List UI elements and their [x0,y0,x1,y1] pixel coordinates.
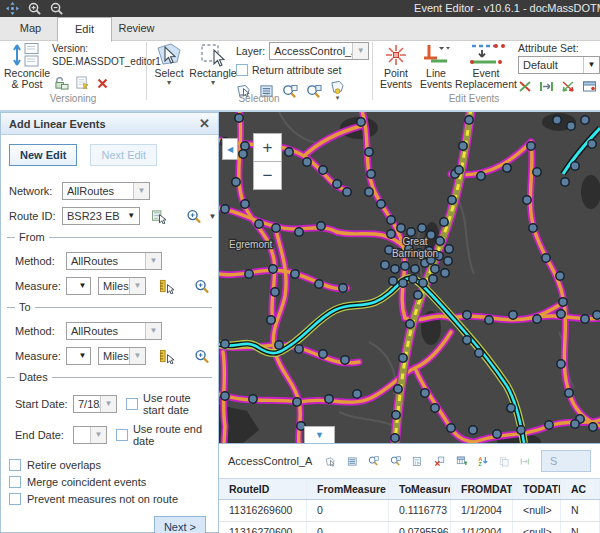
col-accesscontrol[interactable]: AC [561,479,600,499]
save-button[interactable]: S [541,450,591,472]
point-events-button[interactable]: Point Events [378,42,414,90]
table-copy-icon[interactable] [499,454,509,469]
line-events-button[interactable]: Line Events [418,42,454,90]
reconcile-post-button[interactable]: Reconcile & Post [4,42,50,90]
attribute-set-combo-arrow[interactable]: ▼ [583,57,599,73]
option-retire-overlaps: Retire overlaps [1,459,218,471]
network-label: Network: [9,185,57,197]
rectangle-button[interactable]: Rectangle ▾ [190,42,236,86]
delete-version-icon[interactable] [96,77,109,90]
return-attribute-set-checkbox[interactable] [236,64,248,76]
next-edit-button[interactable]: Next Edit [90,144,157,166]
tab-review[interactable]: Review [110,18,163,39]
new-version-icon[interactable] [75,76,90,90]
table-show-selected-icon[interactable] [347,454,357,469]
col-tomeasure[interactable]: ToMeasure [389,479,451,499]
rectangle-select-icon [199,42,227,68]
group-separator [146,42,147,100]
to-units-combo[interactable]: Miles ▼ [98,347,146,365]
attributes-window-icon[interactable] [582,80,597,93]
event-replacement-button[interactable]: Event Replacement [455,42,517,90]
retire-overlaps-checkbox[interactable] [9,459,21,471]
map-zoom-in-button[interactable]: + [253,133,282,162]
end-date-combo[interactable]: ▼ [73,426,107,444]
use-route-end-date-checkbox[interactable] [116,429,128,441]
network-combo-arrow[interactable]: ▼ [133,183,149,199]
to-zoom-icon[interactable] [194,349,210,364]
route-id-combo[interactable]: BSR23 EB ▼ [62,207,140,225]
prevent-measures-checkbox[interactable] [9,493,21,505]
tab-edit[interactable]: Edit [57,17,112,42]
tab-map[interactable]: Map [4,18,57,39]
zoom-out-icon[interactable] [50,2,63,15]
next-button[interactable]: Next > [154,516,206,533]
to-measure-combo-arrow[interactable]: ▼ [75,348,90,364]
col-fromdate[interactable]: FROMDATE [451,479,513,499]
layer-label: Layer: [236,45,265,57]
from-measure-pick-icon[interactable] [159,279,175,294]
select-dropdown-arrow[interactable]: ▾ [167,79,171,86]
select-button[interactable]: Select ▾ [150,42,188,86]
route-id-combo-arrow[interactable]: ▼ [124,208,139,224]
merge-events-icon[interactable] [561,80,575,93]
unlock-version-icon[interactable] [54,76,69,90]
merge-coincident-checkbox[interactable] [9,476,21,488]
select-route-on-map-icon[interactable] [151,209,167,224]
table-add-record-icon[interactable] [456,453,467,469]
zoom-in-icon[interactable] [28,2,41,15]
from-measure-combo[interactable]: ▼ [66,277,91,295]
add-linear-events-panel: Add Linear Events ✕ New Edit Next Edit N… [0,112,219,533]
table-sort-icon[interactable]: A Z [478,453,488,469]
col-routeid[interactable]: RouteID [219,479,307,499]
to-method-combo-arrow[interactable]: ▼ [145,323,161,339]
end-date-combo-arrow[interactable]: ▼ [90,427,106,443]
option-merge-coincident: Merge coincident events [1,476,218,488]
table-select-shape-icon[interactable] [325,454,335,469]
map-zoom-out-button[interactable]: − [253,161,282,190]
clear-selection-icon[interactable] [330,80,345,94]
table-calculate-icon[interactable] [412,454,422,469]
panel-close-icon[interactable]: ✕ [199,116,210,131]
map-view[interactable]: Egremont Great Barrington ◀ + − ▼ [219,112,600,443]
to-method-combo[interactable]: AllRoutes ▼ [66,322,162,340]
to-measure-pick-icon[interactable] [159,349,175,364]
split-event-icon[interactable] [518,80,532,93]
from-method-combo[interactable]: AllRoutes ▼ [66,252,162,270]
layer-combo-arrow[interactable]: ▼ [352,43,368,59]
from-method-combo-arrow[interactable]: ▼ [145,253,161,269]
table-source-label: AccessControl_A [228,455,312,467]
route-id-label: Route ID: [9,210,57,222]
rectangle-dropdown-arrow[interactable]: ▾ [211,79,215,86]
route-zoom-dropdown-arrow[interactable]: ▼ [209,212,217,221]
from-zoom-icon[interactable] [194,279,210,294]
option-prevent-measures: Prevent measures not on route [1,493,218,505]
to-units-combo-arrow[interactable]: ▼ [129,348,145,364]
start-date-combo[interactable]: 7/18/ ▼ [73,395,117,413]
new-edit-button[interactable]: New Edit [9,144,77,166]
col-todate[interactable]: TODATE [513,479,561,499]
table-row[interactable]: 11316269600 0 0.1116773 1/1/2004 <null> … [219,500,600,522]
from-measure-combo-arrow[interactable]: ▼ [75,278,90,294]
from-units-combo[interactable]: Miles ▼ [98,277,146,295]
table-collapse-tab[interactable]: ▼ [304,426,335,443]
table-zoom-selected-icon[interactable] [368,453,379,469]
attribute-set-combo[interactable]: Default ▼ [518,56,600,74]
table-clear-selection-icon[interactable] [434,453,445,469]
pan-icon[interactable] [6,2,19,15]
table-pan-selected-icon[interactable] [390,453,401,469]
table-offset-icon[interactable] [520,455,530,468]
from-units-combo-arrow[interactable]: ▼ [129,278,145,294]
table-row[interactable]: 11316270600 0 0.0795596 1/1/2004 <null> … [219,522,600,533]
measure-offset-icon[interactable] [539,80,554,93]
table-toolbar: AccessControl_A [219,444,600,478]
route-zoom-icon[interactable] [186,209,202,224]
line-events-icon [421,42,451,68]
col-frommeasure[interactable]: FromMeasure [307,479,389,499]
layer-combo[interactable]: AccessControl_A ▼ [269,42,369,60]
map-label-egremont: Egremont [229,239,273,250]
use-route-start-date-checkbox[interactable] [126,398,138,410]
network-combo[interactable]: AllRoutes ▼ [62,182,150,200]
start-date-combo-arrow[interactable]: ▼ [100,396,116,412]
panel-collapse-button[interactable]: ◀ [222,138,238,160]
to-measure-combo[interactable]: ▼ [66,347,91,365]
